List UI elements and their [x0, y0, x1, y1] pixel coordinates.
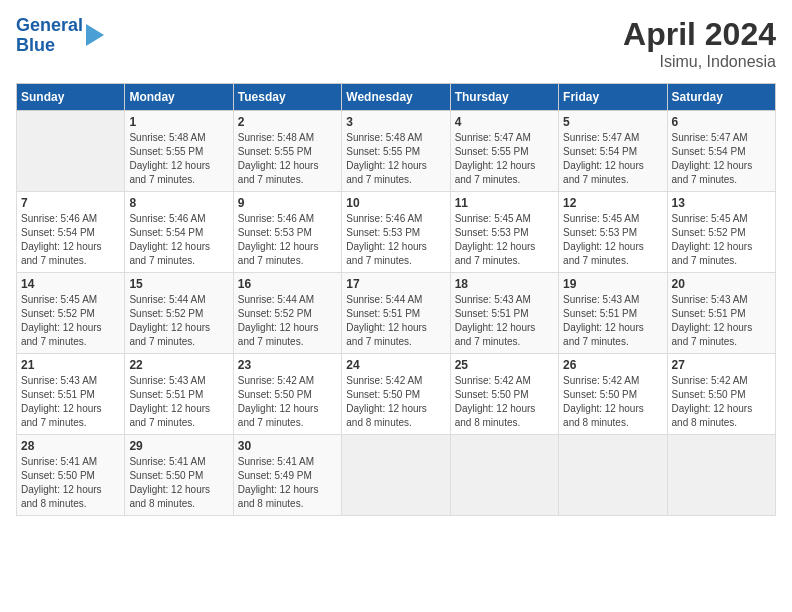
- day-number: 27: [672, 358, 771, 372]
- day-number: 19: [563, 277, 662, 291]
- calendar-cell: 4Sunrise: 5:47 AM Sunset: 5:55 PM Daylig…: [450, 111, 558, 192]
- logo-blue: Blue: [16, 36, 83, 56]
- calendar-cell: 19Sunrise: 5:43 AM Sunset: 5:51 PM Dayli…: [559, 273, 667, 354]
- logo: General Blue: [16, 16, 104, 56]
- header-monday: Monday: [125, 84, 233, 111]
- calendar-cell: 23Sunrise: 5:42 AM Sunset: 5:50 PM Dayli…: [233, 354, 341, 435]
- day-info: Sunrise: 5:41 AM Sunset: 5:50 PM Dayligh…: [21, 455, 120, 511]
- calendar-cell: 8Sunrise: 5:46 AM Sunset: 5:54 PM Daylig…: [125, 192, 233, 273]
- day-number: 18: [455, 277, 554, 291]
- calendar-week-row: 14Sunrise: 5:45 AM Sunset: 5:52 PM Dayli…: [17, 273, 776, 354]
- day-info: Sunrise: 5:43 AM Sunset: 5:51 PM Dayligh…: [129, 374, 228, 430]
- day-info: Sunrise: 5:47 AM Sunset: 5:54 PM Dayligh…: [563, 131, 662, 187]
- day-number: 21: [21, 358, 120, 372]
- calendar-cell: 9Sunrise: 5:46 AM Sunset: 5:53 PM Daylig…: [233, 192, 341, 273]
- calendar-week-row: 1Sunrise: 5:48 AM Sunset: 5:55 PM Daylig…: [17, 111, 776, 192]
- calendar-cell: 21Sunrise: 5:43 AM Sunset: 5:51 PM Dayli…: [17, 354, 125, 435]
- calendar-cell: 7Sunrise: 5:46 AM Sunset: 5:54 PM Daylig…: [17, 192, 125, 273]
- calendar-week-row: 28Sunrise: 5:41 AM Sunset: 5:50 PM Dayli…: [17, 435, 776, 516]
- day-info: Sunrise: 5:48 AM Sunset: 5:55 PM Dayligh…: [238, 131, 337, 187]
- calendar-cell: 1Sunrise: 5:48 AM Sunset: 5:55 PM Daylig…: [125, 111, 233, 192]
- header-wednesday: Wednesday: [342, 84, 450, 111]
- calendar-week-row: 7Sunrise: 5:46 AM Sunset: 5:54 PM Daylig…: [17, 192, 776, 273]
- day-number: 11: [455, 196, 554, 210]
- calendar-table: SundayMondayTuesdayWednesdayThursdayFrid…: [16, 83, 776, 516]
- logo-general: General: [16, 16, 83, 36]
- header-friday: Friday: [559, 84, 667, 111]
- day-number: 23: [238, 358, 337, 372]
- day-number: 5: [563, 115, 662, 129]
- title-block: April 2024 Isimu, Indonesia: [623, 16, 776, 71]
- day-number: 1: [129, 115, 228, 129]
- day-info: Sunrise: 5:45 AM Sunset: 5:53 PM Dayligh…: [455, 212, 554, 268]
- day-info: Sunrise: 5:44 AM Sunset: 5:52 PM Dayligh…: [238, 293, 337, 349]
- calendar-cell: 22Sunrise: 5:43 AM Sunset: 5:51 PM Dayli…: [125, 354, 233, 435]
- day-info: Sunrise: 5:41 AM Sunset: 5:50 PM Dayligh…: [129, 455, 228, 511]
- day-number: 17: [346, 277, 445, 291]
- day-info: Sunrise: 5:45 AM Sunset: 5:52 PM Dayligh…: [672, 212, 771, 268]
- header-sunday: Sunday: [17, 84, 125, 111]
- day-number: 15: [129, 277, 228, 291]
- page-header: General Blue April 2024 Isimu, Indonesia: [16, 16, 776, 71]
- day-number: 25: [455, 358, 554, 372]
- calendar-cell: 25Sunrise: 5:42 AM Sunset: 5:50 PM Dayli…: [450, 354, 558, 435]
- day-info: Sunrise: 5:47 AM Sunset: 5:54 PM Dayligh…: [672, 131, 771, 187]
- day-info: Sunrise: 5:43 AM Sunset: 5:51 PM Dayligh…: [21, 374, 120, 430]
- calendar-cell: 17Sunrise: 5:44 AM Sunset: 5:51 PM Dayli…: [342, 273, 450, 354]
- day-number: 26: [563, 358, 662, 372]
- day-info: Sunrise: 5:48 AM Sunset: 5:55 PM Dayligh…: [346, 131, 445, 187]
- calendar-cell: 14Sunrise: 5:45 AM Sunset: 5:52 PM Dayli…: [17, 273, 125, 354]
- day-number: 6: [672, 115, 771, 129]
- day-number: 28: [21, 439, 120, 453]
- calendar-cell: 12Sunrise: 5:45 AM Sunset: 5:53 PM Dayli…: [559, 192, 667, 273]
- day-info: Sunrise: 5:44 AM Sunset: 5:52 PM Dayligh…: [129, 293, 228, 349]
- calendar-cell: [667, 435, 775, 516]
- calendar-week-row: 21Sunrise: 5:43 AM Sunset: 5:51 PM Dayli…: [17, 354, 776, 435]
- calendar-cell: 24Sunrise: 5:42 AM Sunset: 5:50 PM Dayli…: [342, 354, 450, 435]
- calendar-cell: [342, 435, 450, 516]
- day-number: 14: [21, 277, 120, 291]
- day-number: 3: [346, 115, 445, 129]
- day-info: Sunrise: 5:42 AM Sunset: 5:50 PM Dayligh…: [455, 374, 554, 430]
- day-info: Sunrise: 5:42 AM Sunset: 5:50 PM Dayligh…: [346, 374, 445, 430]
- day-info: Sunrise: 5:41 AM Sunset: 5:49 PM Dayligh…: [238, 455, 337, 511]
- day-info: Sunrise: 5:46 AM Sunset: 5:54 PM Dayligh…: [21, 212, 120, 268]
- header-tuesday: Tuesday: [233, 84, 341, 111]
- day-number: 4: [455, 115, 554, 129]
- day-number: 9: [238, 196, 337, 210]
- calendar-cell: 26Sunrise: 5:42 AM Sunset: 5:50 PM Dayli…: [559, 354, 667, 435]
- day-number: 12: [563, 196, 662, 210]
- day-number: 2: [238, 115, 337, 129]
- day-info: Sunrise: 5:45 AM Sunset: 5:52 PM Dayligh…: [21, 293, 120, 349]
- day-number: 30: [238, 439, 337, 453]
- calendar-header-row: SundayMondayTuesdayWednesdayThursdayFrid…: [17, 84, 776, 111]
- day-info: Sunrise: 5:47 AM Sunset: 5:55 PM Dayligh…: [455, 131, 554, 187]
- calendar-cell: 18Sunrise: 5:43 AM Sunset: 5:51 PM Dayli…: [450, 273, 558, 354]
- calendar-cell: 3Sunrise: 5:48 AM Sunset: 5:55 PM Daylig…: [342, 111, 450, 192]
- calendar-cell: 30Sunrise: 5:41 AM Sunset: 5:49 PM Dayli…: [233, 435, 341, 516]
- day-info: Sunrise: 5:45 AM Sunset: 5:53 PM Dayligh…: [563, 212, 662, 268]
- day-info: Sunrise: 5:46 AM Sunset: 5:54 PM Dayligh…: [129, 212, 228, 268]
- day-info: Sunrise: 5:42 AM Sunset: 5:50 PM Dayligh…: [238, 374, 337, 430]
- day-number: 13: [672, 196, 771, 210]
- day-info: Sunrise: 5:42 AM Sunset: 5:50 PM Dayligh…: [563, 374, 662, 430]
- day-info: Sunrise: 5:48 AM Sunset: 5:55 PM Dayligh…: [129, 131, 228, 187]
- svg-marker-0: [86, 24, 104, 46]
- day-number: 10: [346, 196, 445, 210]
- calendar-cell: 2Sunrise: 5:48 AM Sunset: 5:55 PM Daylig…: [233, 111, 341, 192]
- day-number: 24: [346, 358, 445, 372]
- calendar-cell: 13Sunrise: 5:45 AM Sunset: 5:52 PM Dayli…: [667, 192, 775, 273]
- day-number: 22: [129, 358, 228, 372]
- calendar-cell: [450, 435, 558, 516]
- day-info: Sunrise: 5:42 AM Sunset: 5:50 PM Dayligh…: [672, 374, 771, 430]
- logo-text-block: General Blue: [16, 16, 104, 56]
- calendar-cell: 11Sunrise: 5:45 AM Sunset: 5:53 PM Dayli…: [450, 192, 558, 273]
- day-number: 8: [129, 196, 228, 210]
- header-saturday: Saturday: [667, 84, 775, 111]
- calendar-cell: 16Sunrise: 5:44 AM Sunset: 5:52 PM Dayli…: [233, 273, 341, 354]
- calendar-cell: 28Sunrise: 5:41 AM Sunset: 5:50 PM Dayli…: [17, 435, 125, 516]
- day-info: Sunrise: 5:46 AM Sunset: 5:53 PM Dayligh…: [238, 212, 337, 268]
- calendar-cell: [559, 435, 667, 516]
- header-thursday: Thursday: [450, 84, 558, 111]
- calendar-subtitle: Isimu, Indonesia: [623, 53, 776, 71]
